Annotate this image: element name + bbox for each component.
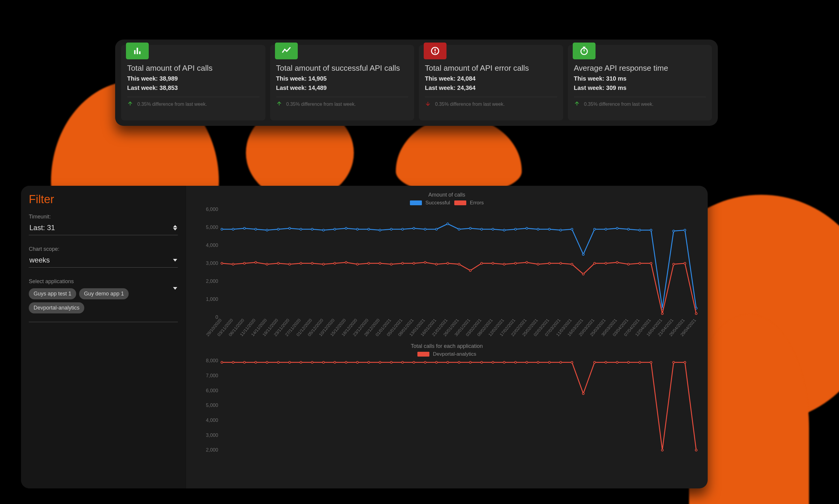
data-point bbox=[435, 361, 437, 363]
data-point bbox=[571, 228, 573, 230]
stat-last-week: Last week: 14,489 bbox=[276, 85, 408, 91]
data-point bbox=[605, 228, 607, 230]
timeunit-input[interactable]: Last: 31 bbox=[29, 222, 178, 235]
bar-chart-icon bbox=[126, 42, 149, 59]
svg-rect-0 bbox=[134, 50, 136, 54]
data-point bbox=[322, 263, 325, 265]
data-point bbox=[413, 361, 415, 363]
data-point bbox=[594, 263, 596, 265]
data-point bbox=[289, 228, 291, 230]
series-line bbox=[222, 362, 696, 450]
data-point bbox=[345, 361, 347, 363]
data-point bbox=[639, 263, 641, 265]
stat-diff: 0.35% difference from last week. bbox=[276, 101, 408, 108]
data-point bbox=[616, 228, 618, 230]
svg-text:1,000: 1,000 bbox=[206, 296, 218, 302]
stat-title: Average API response time bbox=[574, 64, 706, 73]
stat-last-week: Last week: 309 ms bbox=[574, 85, 706, 91]
data-point bbox=[356, 228, 359, 230]
scope-select[interactable]: weeks bbox=[29, 254, 178, 268]
data-point bbox=[492, 361, 494, 363]
data-point bbox=[616, 361, 618, 363]
data-point bbox=[255, 262, 257, 264]
svg-text:2,000: 2,000 bbox=[206, 447, 218, 452]
data-point bbox=[605, 361, 607, 363]
legend-swatch bbox=[454, 200, 466, 205]
stat-diff: 0.35% difference from last week. bbox=[127, 101, 259, 108]
svg-text:2,000: 2,000 bbox=[206, 278, 218, 284]
amount-of-calls-chart: Amount of callsSuccessfulErrors01,0002,0… bbox=[194, 192, 699, 334]
decorative-blob bbox=[396, 117, 522, 195]
chart-legend: Devportal-analytics bbox=[194, 351, 699, 357]
data-point bbox=[650, 263, 652, 265]
apps-label: Select applications bbox=[29, 278, 178, 285]
stat-title: Total amount of API error calls bbox=[425, 64, 557, 73]
svg-text:5,000: 5,000 bbox=[206, 402, 218, 408]
chevron-down-icon bbox=[173, 287, 177, 290]
stat-this-week: This week: 38,989 bbox=[127, 75, 259, 82]
legend-label: Successful bbox=[425, 200, 450, 206]
apps-select[interactable]: Guys app test 1Guy demo app 1Devportal-a… bbox=[29, 286, 178, 322]
data-point bbox=[334, 263, 336, 265]
data-point bbox=[447, 361, 449, 363]
data-point bbox=[662, 312, 664, 314]
data-point bbox=[560, 361, 562, 363]
data-point bbox=[435, 228, 437, 230]
data-point bbox=[672, 263, 675, 265]
alert-icon bbox=[424, 42, 447, 59]
data-point bbox=[650, 229, 652, 231]
chart-svg: 01,0002,0003,0004,0005,0006,00029/10/202… bbox=[194, 207, 699, 339]
data-point bbox=[368, 361, 370, 363]
app-chip[interactable]: Guy demo app 1 bbox=[79, 288, 129, 299]
legend-item[interactable]: Errors bbox=[454, 200, 484, 206]
chart-title: Total calls for each application bbox=[194, 343, 699, 349]
data-point bbox=[379, 361, 381, 363]
data-point bbox=[311, 228, 313, 230]
charts-area: Amount of callsSuccessfulErrors01,0002,0… bbox=[186, 186, 708, 488]
data-point bbox=[266, 361, 268, 363]
stat-last-week: Last week: 24,364 bbox=[425, 85, 557, 91]
data-point bbox=[232, 263, 234, 265]
stat-diff-text: 0.35% difference from last week. bbox=[584, 102, 654, 107]
data-point bbox=[435, 263, 437, 265]
legend-item[interactable]: Successful bbox=[410, 200, 450, 206]
data-point bbox=[221, 228, 223, 230]
data-point bbox=[469, 270, 471, 272]
stat-last-week: Last week: 38,853 bbox=[127, 85, 259, 91]
data-point bbox=[514, 263, 517, 265]
data-point bbox=[266, 263, 268, 265]
svg-text:4,000: 4,000 bbox=[206, 242, 218, 248]
number-stepper-icon[interactable] bbox=[173, 225, 177, 230]
data-point bbox=[537, 228, 539, 230]
data-point bbox=[424, 361, 426, 363]
legend-swatch bbox=[410, 200, 422, 205]
data-point bbox=[424, 228, 426, 230]
data-point bbox=[695, 449, 697, 451]
data-point bbox=[402, 263, 404, 265]
stat-card: Average API response timeThis week: 310 … bbox=[568, 45, 712, 121]
divider bbox=[127, 97, 259, 97]
svg-text:5,000: 5,000 bbox=[206, 224, 218, 230]
data-point bbox=[311, 361, 313, 363]
data-point bbox=[255, 361, 257, 363]
data-point bbox=[300, 263, 302, 265]
app-chip[interactable]: Devportal-analytics bbox=[29, 302, 84, 313]
data-point bbox=[458, 228, 460, 230]
dashboard-frame: Filter Timeunit: Last: 31 Chart scope: w… bbox=[21, 186, 708, 488]
stat-card: Total amount of API callsThis week: 38,9… bbox=[121, 45, 265, 121]
data-point bbox=[639, 361, 641, 363]
data-point bbox=[514, 361, 517, 363]
data-point bbox=[582, 253, 584, 256]
svg-text:4,000: 4,000 bbox=[206, 417, 218, 423]
stat-card: Total amount of successful API callsThis… bbox=[270, 45, 414, 121]
legend-item[interactable]: Devportal-analytics bbox=[417, 351, 476, 357]
stat-card: Total amount of API error callsThis week… bbox=[419, 45, 563, 121]
data-point bbox=[481, 263, 483, 265]
data-point bbox=[244, 263, 246, 265]
data-point bbox=[221, 263, 223, 265]
data-point bbox=[582, 273, 584, 275]
stat-diff-text: 0.35% difference from last week. bbox=[286, 102, 356, 107]
scope-field: Chart scope: weeks bbox=[29, 246, 178, 268]
divider bbox=[425, 97, 557, 97]
app-chip[interactable]: Guys app test 1 bbox=[29, 288, 76, 299]
